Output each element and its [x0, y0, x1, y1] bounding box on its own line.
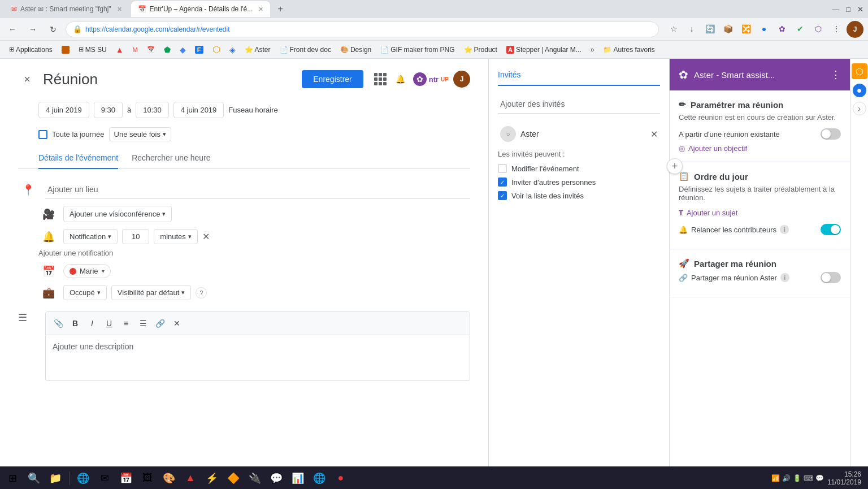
- bookmark-design[interactable]: 🎨Design: [337, 45, 375, 55]
- bookmark-mssu[interactable]: ⊞MS SU: [75, 45, 110, 55]
- maximize-button[interactable]: □: [846, 5, 850, 14]
- underline-button[interactable]: U: [101, 315, 117, 331]
- extension6-icon[interactable]: ✔: [792, 21, 808, 37]
- bookmark-gif[interactable]: 📄GIF maker from PNG: [377, 45, 458, 55]
- extension-icon[interactable]: 🔄: [702, 21, 718, 37]
- toggle-existing-meeting-switch[interactable]: [821, 128, 841, 140]
- invitee-aster-remove-button[interactable]: ✕: [650, 129, 658, 140]
- remove-format-button[interactable]: ✕: [169, 315, 185, 331]
- taskbar-battery-icon[interactable]: 🔋: [793, 474, 801, 482]
- taskbar-illustrator-icon[interactable]: 🎨: [159, 468, 179, 488]
- taskbar-windows-button[interactable]: ⊞: [2, 468, 23, 488]
- bookmark-applications[interactable]: ⊞ Applications: [6, 45, 56, 55]
- tab-close-calendar[interactable]: ✕: [258, 6, 263, 13]
- bookmark-blue[interactable]: ◆: [176, 44, 189, 55]
- back-button[interactable]: ←: [5, 21, 20, 37]
- calendar-owner-select[interactable]: Marie ▾: [63, 264, 111, 278]
- taskbar-icon-teal[interactable]: ⚡: [202, 468, 222, 488]
- edge-orange-icon[interactable]: ⬡: [852, 63, 867, 79]
- taskbar-keyboard-icon[interactable]: ⌨: [804, 474, 813, 482]
- bookmark-office[interactable]: [58, 45, 73, 55]
- notification-type-select[interactable]: Notification ▾: [63, 229, 118, 244]
- google-apps-icon[interactable]: [372, 71, 388, 87]
- bookmark-diamond[interactable]: ◈: [226, 44, 239, 55]
- user-avatar[interactable]: J: [453, 71, 470, 88]
- share-info-icon[interactable]: i: [780, 273, 789, 282]
- bell-icon[interactable]: 🔔: [393, 71, 409, 87]
- more-button[interactable]: ⋮: [828, 21, 844, 37]
- italic-button[interactable]: I: [84, 315, 100, 331]
- description-input[interactable]: Ajouter une description: [46, 335, 470, 380]
- new-tab-button[interactable]: +: [272, 1, 288, 17]
- address-bar[interactable]: 🔒 https://calendar.google.com/calendar/r…: [66, 21, 659, 37]
- permission-invite-checkbox[interactable]: ✓: [498, 178, 507, 187]
- taskbar-gmail-icon[interactable]: ✉: [94, 468, 115, 488]
- bookmark-green[interactable]: ⬟: [160, 44, 174, 55]
- edge-blue-icon[interactable]: ●: [853, 84, 866, 97]
- tab-close-gmail[interactable]: ✕: [117, 6, 122, 13]
- taskbar-excel-icon[interactable]: 📊: [288, 468, 308, 488]
- taskbar-filezilla-icon[interactable]: 🔶: [223, 468, 244, 488]
- notification-value-input[interactable]: 10: [122, 229, 149, 244]
- bookmark-more[interactable]: »: [587, 45, 598, 55]
- ordered-list-button[interactable]: ≡: [118, 315, 134, 331]
- event-close-button[interactable]: ×: [18, 70, 36, 88]
- conference-select[interactable]: Ajouter une visioconférence ▾: [63, 206, 172, 222]
- bookmark-orange[interactable]: ⬡: [209, 43, 224, 56]
- tab-gmail[interactable]: ✉ Aster ✉ : Smart meeting "fghj" ✕: [5, 1, 129, 17]
- toggle-share-switch[interactable]: [821, 272, 841, 283]
- help-icon[interactable]: ?: [196, 287, 207, 298]
- taskbar-calendar-icon[interactable]: 📅: [116, 468, 136, 488]
- bookmark-f[interactable]: F: [192, 45, 207, 55]
- save-button[interactable]: Enregistrer: [302, 70, 363, 88]
- taskbar-icon-red2[interactable]: ●: [331, 468, 351, 488]
- notification-unit-select[interactable]: minutes ▾: [154, 229, 198, 244]
- add-subject-link[interactable]: T Ajouter un sujet: [679, 209, 841, 217]
- permission-modify-checkbox[interactable]: [498, 164, 507, 173]
- edge-chevron-button[interactable]: ›: [853, 102, 866, 115]
- taskbar-explorer-icon[interactable]: 📁: [45, 468, 66, 488]
- bookmark-autres[interactable]: 📁Autres favoris: [600, 45, 658, 55]
- profile-avatar[interactable]: J: [847, 21, 863, 38]
- location-input[interactable]: [45, 180, 470, 199]
- aster-menu-button[interactable]: ⋮: [831, 68, 841, 81]
- extension2-icon[interactable]: 📦: [720, 21, 736, 37]
- bookmark-aster[interactable]: ⭐Aster: [241, 45, 274, 55]
- start-time-chip[interactable]: 9:30: [94, 102, 123, 118]
- status-select[interactable]: Occupé ▾: [63, 285, 107, 300]
- taskbar-volume-icon[interactable]: 🔊: [782, 474, 791, 482]
- tab-details[interactable]: Détails de l'événement: [38, 153, 118, 169]
- close-button[interactable]: ✕: [857, 5, 863, 14]
- add-notification-link[interactable]: Ajouter une notification: [38, 249, 113, 257]
- bookmark-gmail[interactable]: M: [129, 45, 141, 54]
- taskbar-chrome2-icon[interactable]: 🌐: [309, 468, 329, 488]
- tab-find-time[interactable]: Rechercher une heure: [132, 153, 210, 169]
- forward-button[interactable]: →: [25, 21, 41, 37]
- allday-checkbox[interactable]: [38, 130, 47, 139]
- bookmark-stepper[interactable]: AStepper | Angular M...: [503, 45, 585, 55]
- notification-clear-button[interactable]: ✕: [202, 231, 210, 242]
- extension3-icon[interactable]: 🔀: [738, 21, 754, 37]
- timezone-link[interactable]: Fuseau horaire: [228, 106, 277, 114]
- reload-button[interactable]: ↻: [45, 21, 61, 37]
- unordered-list-button[interactable]: ☰: [135, 315, 151, 331]
- cast-icon[interactable]: ↓: [684, 21, 700, 37]
- tab-calendar[interactable]: 📅 Entr'Up – Agenda - Détails de l'é... ✕: [131, 1, 271, 17]
- extension4-icon[interactable]: ●: [756, 21, 772, 37]
- bookmark-frontdev[interactable]: 📄Front dev doc: [276, 45, 335, 55]
- bookmark-product[interactable]: ⭐Product: [461, 45, 501, 55]
- bookmark-calendar[interactable]: 📅: [144, 45, 158, 54]
- minimize-button[interactable]: —: [832, 5, 839, 14]
- taskbar-icon-chat[interactable]: 💬: [266, 468, 287, 488]
- bookmark-red[interactable]: ▲: [112, 44, 127, 55]
- end-time-chip[interactable]: 10:30: [136, 102, 169, 118]
- extension7-icon[interactable]: ⬡: [810, 21, 826, 37]
- bold-button[interactable]: B: [67, 315, 83, 331]
- link-button[interactable]: 🔗: [152, 315, 168, 331]
- toggle-relancer-switch[interactable]: [821, 224, 841, 235]
- add-objective-link[interactable]: ◎ Ajouter un objectif: [679, 144, 841, 153]
- taskbar-chrome-icon[interactable]: 🌐: [73, 468, 93, 488]
- recurrence-select[interactable]: Une seule fois ▾: [109, 127, 171, 141]
- extension5-icon[interactable]: ✿: [774, 21, 790, 37]
- taskbar-icon-purple[interactable]: 🔌: [245, 468, 265, 488]
